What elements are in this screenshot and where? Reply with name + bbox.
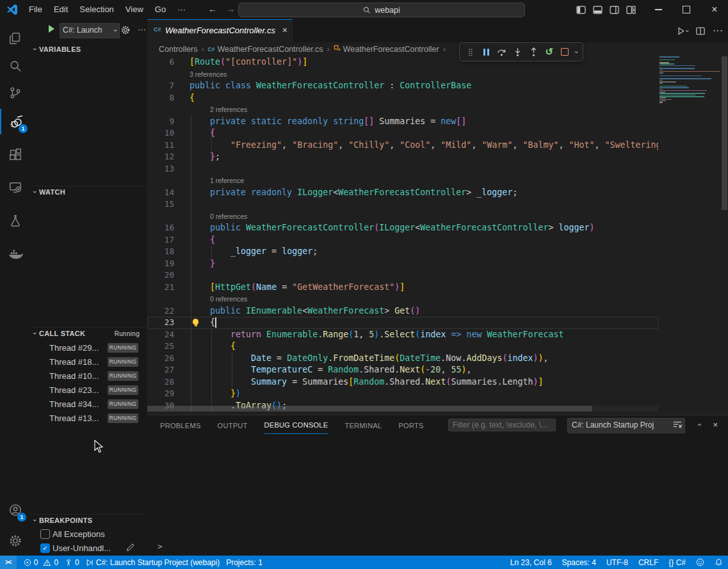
line-number[interactable]: 16 bbox=[147, 222, 174, 234]
variables-section-header[interactable]: ›VARIABLES bbox=[30, 44, 147, 57]
testing-icon[interactable] bbox=[0, 208, 30, 234]
edit-pencil-icon[interactable] bbox=[126, 543, 134, 552]
line-number[interactable]: 13 bbox=[147, 163, 174, 175]
callstack-thread[interactable]: Thread #18...RUNNING bbox=[30, 355, 147, 369]
codelens-references[interactable]: 3 references bbox=[190, 70, 227, 78]
panel-tab-ports[interactable]: PORTS bbox=[398, 417, 423, 434]
start-debug-icon[interactable] bbox=[49, 25, 54, 33]
code-line-18[interactable]: 18 _logger = logger; bbox=[147, 246, 658, 258]
feedback-icon[interactable] bbox=[696, 558, 704, 566]
close-panel-icon[interactable]: × bbox=[713, 420, 718, 429]
code-line-8[interactable]: 8{ bbox=[147, 92, 658, 104]
debug-status[interactable]: C#: Launch Startup Project (webapi) bbox=[83, 556, 223, 569]
menu-more[interactable]: ··· bbox=[172, 3, 191, 17]
indentation[interactable]: Spaces: 4 bbox=[562, 558, 596, 567]
code-line-26[interactable]: 26 Date = DateOnly.FromDateTime(DateTime… bbox=[147, 353, 658, 365]
debug-toolbar-chevron-icon[interactable]: › bbox=[573, 51, 580, 52]
step-into-icon[interactable] bbox=[512, 46, 523, 58]
step-out-icon[interactable] bbox=[528, 46, 539, 58]
code-line-15[interactable]: 15 bbox=[147, 198, 658, 211]
line-number[interactable]: 18 bbox=[147, 246, 174, 258]
remote-indicator[interactable]: >< bbox=[0, 556, 17, 569]
codelens-row[interactable]: 2 references bbox=[147, 104, 658, 116]
vertical-scrollbar[interactable] bbox=[722, 56, 727, 210]
line-number[interactable]: 26 bbox=[147, 353, 174, 365]
toggle-secondary-sidebar-icon[interactable] bbox=[610, 6, 619, 14]
pause-button[interactable] bbox=[481, 46, 492, 58]
code-line-16[interactable]: 16 public WeatherForecastController(ILog… bbox=[147, 222, 658, 234]
tab-weatherforecastcontroller[interactable]: C# WeatherForecastController.cs × bbox=[147, 19, 293, 42]
line-number[interactable]: 14 bbox=[147, 187, 174, 199]
line-number[interactable]: 22 bbox=[147, 305, 174, 317]
nav-back-icon[interactable]: ← bbox=[206, 4, 219, 14]
launch-config-select[interactable]: C#: Launch › bbox=[60, 23, 120, 38]
code-line-23[interactable]: 23 { bbox=[147, 317, 658, 329]
menu-edit[interactable]: Edit bbox=[48, 3, 74, 17]
source-control-icon[interactable] bbox=[0, 80, 30, 106]
console-target-select[interactable]: C#: Launch Startup Proj › bbox=[567, 418, 685, 433]
callstack-thread[interactable]: Thread #29...RUNNING bbox=[30, 341, 147, 355]
code-line-29[interactable]: 29 }) bbox=[147, 388, 658, 400]
toggle-panel-icon[interactable] bbox=[593, 6, 603, 14]
line-number[interactable]: 28 bbox=[147, 376, 174, 389]
line-number[interactable]: 17 bbox=[147, 234, 174, 246]
line-number[interactable]: 24 bbox=[147, 329, 174, 341]
extensions-icon[interactable] bbox=[0, 142, 30, 168]
toggle-sidebar-icon[interactable] bbox=[576, 6, 586, 14]
search-sidebar-icon[interactable] bbox=[0, 53, 30, 79]
code-lines[interactable]: 6[Route("[controller]")]3 references7pub… bbox=[147, 56, 658, 412]
line-number[interactable]: 27 bbox=[147, 364, 174, 376]
watch-section-header[interactable]: ›WATCH bbox=[30, 186, 147, 200]
callstack-thread[interactable]: Thread #23...RUNNING bbox=[30, 383, 147, 397]
explorer-icon[interactable] bbox=[0, 26, 30, 51]
callstack-thread[interactable]: Thread #13...RUNNING bbox=[30, 412, 147, 426]
command-center-search[interactable]: webapi bbox=[238, 3, 525, 17]
split-editor-icon[interactable] bbox=[696, 27, 705, 35]
cursor-position[interactable]: Ln 23, Col 6 bbox=[510, 558, 552, 567]
editor-more-actions[interactable]: ··· bbox=[713, 25, 723, 36]
minimize-button[interactable] bbox=[645, 0, 672, 19]
line-number[interactable]: 23 bbox=[147, 317, 174, 329]
callstack-section-header[interactable]: ›CALL STACK Running bbox=[30, 327, 147, 341]
menu-view[interactable]: View bbox=[120, 3, 149, 17]
accounts-icon[interactable]: 1 bbox=[0, 497, 30, 523]
line-number[interactable]: 8 bbox=[147, 92, 174, 104]
codelens-references[interactable]: 1 reference bbox=[210, 177, 244, 184]
line-number[interactable]: 10 bbox=[147, 127, 174, 140]
step-over-icon[interactable] bbox=[496, 46, 507, 58]
settings-gear-icon[interactable] bbox=[0, 528, 30, 554]
tab-close-icon[interactable]: × bbox=[282, 25, 287, 35]
codelens-row[interactable]: 0 references bbox=[147, 211, 658, 223]
line-number[interactable]: 21 bbox=[147, 282, 174, 294]
restart-icon[interactable]: ↺ bbox=[544, 46, 554, 58]
menu-selection[interactable]: Selection bbox=[74, 3, 119, 17]
code-line-9[interactable]: 9 private static readonly string[] Summa… bbox=[147, 116, 658, 128]
line-number[interactable]: 15 bbox=[147, 198, 174, 211]
projects-status[interactable]: Projects: 1 bbox=[223, 556, 266, 569]
close-window-button[interactable]: × bbox=[701, 0, 728, 19]
encoding[interactable]: UTF-8 bbox=[606, 558, 628, 567]
callstack-thread[interactable]: Thread #10...RUNNING bbox=[30, 369, 147, 383]
notifications-bell-icon[interactable] bbox=[715, 558, 723, 566]
clear-console-icon[interactable] bbox=[673, 420, 682, 429]
minimap[interactable] bbox=[658, 56, 720, 412]
filter-input[interactable] bbox=[448, 419, 556, 431]
line-number[interactable]: 29 bbox=[147, 388, 174, 400]
line-number[interactable]: 25 bbox=[147, 341, 174, 353]
eol-sequence[interactable]: CRLF bbox=[638, 558, 658, 567]
line-number[interactable]: 19 bbox=[147, 258, 174, 270]
code-line-24[interactable]: 24 return Enumerable.Range(1, 5).Select(… bbox=[147, 329, 658, 341]
code-line-20[interactable]: 20 bbox=[147, 269, 658, 282]
lightbulb-icon[interactable] bbox=[193, 319, 198, 325]
checkbox-checked[interactable]: ✓ bbox=[40, 543, 50, 553]
code-line-19[interactable]: 19 } bbox=[147, 258, 658, 270]
line-number[interactable]: 20 bbox=[147, 269, 174, 282]
line-number[interactable]: 7 bbox=[147, 80, 174, 92]
codelens-row[interactable]: 1 reference bbox=[147, 175, 658, 187]
callstack-thread[interactable]: Thread #34...RUNNING bbox=[30, 397, 147, 412]
code-line-28[interactable]: 28 Summary = Summaries[Random.Shared.Nex… bbox=[147, 376, 658, 389]
breakpoint-row[interactable]: All Exceptions bbox=[30, 528, 147, 541]
code-line-25[interactable]: 25 { bbox=[147, 341, 658, 353]
docker-icon[interactable] bbox=[0, 241, 30, 267]
stop-icon[interactable] bbox=[560, 46, 570, 58]
